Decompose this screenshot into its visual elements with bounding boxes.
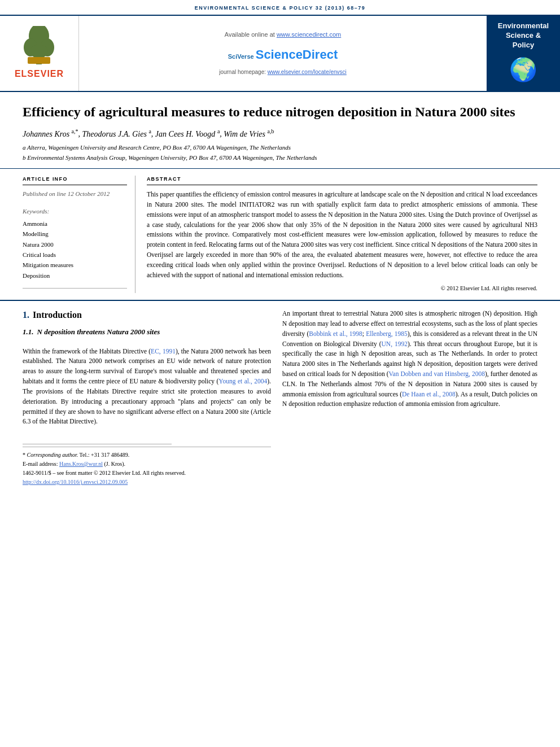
ellenberg1985-link[interactable]: Ellenberg, 1985 [366,330,408,337]
article-title-area: Efficiency of agricultural measures to r… [0,92,560,169]
intro-right-paragraph: An important threat to terrestrial Natur… [282,309,537,409]
abstract-label: ABSTRACT [147,176,537,185]
author-list: Johannes Kros a,*, Theodorus J.A. Gies a… [23,128,537,139]
article-info-abstract: ARTICLE INFO Published on line 12 Octobe… [0,169,560,300]
author-gies: Theodorus J.A. Gies a [82,130,151,138]
email-note: E-mail address: Hans.Kros@wur.nl (J. Kro… [23,460,271,469]
journal-header: ELSEVIER Available online at www.science… [0,16,560,92]
journal-homepage-link[interactable]: www.elsevier.com/locate/envsci [268,69,347,75]
sciencedirect-link[interactable]: www.sciencedirect.com [277,31,341,38]
young2004-link[interactable]: Young et al., 2004 [218,378,267,385]
journal-title-logo: EnvironmentalScience &Policy [498,21,549,50]
abstract-panel: ABSTRACT This paper quantifies the effic… [147,176,537,293]
dehaan2008-link[interactable]: De Haan et al., 2008 [402,391,456,397]
elsevier-logo: ELSEVIER [15,26,64,80]
journal-logo-area: EnvironmentalScience &Policy 🌍 [487,16,560,91]
available-online-text: Available online at www.sciencedirect.co… [225,30,341,39]
article-info-label: ARTICLE INFO [23,176,127,185]
section-1-title: Introduction [33,309,82,321]
footer-notes: * Corresponding author. Tel.: +31 317 48… [23,447,271,490]
abstract-text: This paper quantifies the efficiency of … [147,190,537,280]
bobbink1998-link[interactable]: Bobbink et al., 1998 [309,330,362,337]
un1992-link[interactable]: UN, 1992 [382,340,408,347]
sciverse-text: SciVerse [228,53,256,60]
intro-left-paragraph: Within the framework of the Habitats Dir… [23,347,271,427]
svg-point-4 [30,45,48,58]
affiliation-a: a Alterra, Wageningen University and Res… [23,143,537,153]
globe-icon: 🌍 [509,54,537,85]
keyword-deposition: Deposition [23,272,127,280]
keyword-modelling: Modelling [23,230,127,238]
affiliation-b: b Environmental Systems Analysis Group, … [23,153,537,163]
content-right: An important threat to terrestrial Natur… [282,309,537,490]
journal-banner: Environmental Science & Policy 32 (2013)… [0,0,560,16]
elsevier-tree-icon [19,26,59,65]
ec1991-link[interactable]: EC, 1991 [151,348,176,355]
main-content-area: 1. Introduction 1.1. N deposition threat… [0,300,560,498]
subsection-1-1-title: N deposition threatens Natura 2000 sites [37,327,160,337]
author-voogd: Jan Cees H. Voogd a [155,130,220,138]
published-online-label: Published on line 12 October 2012 [23,190,127,198]
journal-homepage-text: journal homepage: www.elsevier.com/locat… [219,68,347,76]
doi-link[interactable]: http://dx.doi.org/10.1016/j.envsci.2012.… [23,479,128,485]
author-kros: Johannes Kros a,* [23,130,78,138]
article-info-panel: ARTICLE INFO Published on line 12 Octobe… [23,176,135,293]
email-link[interactable]: Hans.Kros@wur.nl [59,461,103,467]
doi-note: http://dx.doi.org/10.1016/j.envsci.2012.… [23,478,271,487]
section-1-number: 1. [23,309,29,321]
keyword-critical-loads: Critical loads [23,251,127,259]
copyright-line: © 2012 Elsevier Ltd. All rights reserved… [147,285,537,293]
issn-note: 1462-9011/$ – see front matter © 2012 El… [23,469,271,478]
keyword-mitigation: Mitigation measures [23,261,127,269]
article-title: Efficiency of agricultural measures to r… [23,103,537,121]
subsection-1-1-number: 1.1. [23,327,34,337]
keywords-label: Keywords: [23,207,127,216]
sciencedirect-text: ScienceDirect [256,47,338,62]
keyword-natura2000: Natura 2000 [23,241,127,249]
sciverse-logo: SciVerse ScienceDirect [228,43,338,64]
journal-citation: Environmental Science & Policy 32 (2013)… [195,5,366,11]
elsevier-wordmark: ELSEVIER [15,68,64,80]
elsevier-logo-area: ELSEVIER [0,16,79,91]
sciverse-area: Available online at www.sciencedirect.co… [79,16,487,91]
vandobben2008-link[interactable]: Van Dobben and van Hinsberg, 2008 [389,370,485,377]
keyword-ammonia: Ammonia [23,220,127,228]
corresponding-author-note: * Corresponding author. Tel.: +31 317 48… [23,451,271,460]
content-left: 1. Introduction 1.1. N deposition threat… [23,309,271,490]
author-devries: Wim de Vries a,b [224,130,274,138]
svg-rect-5 [28,57,50,64]
